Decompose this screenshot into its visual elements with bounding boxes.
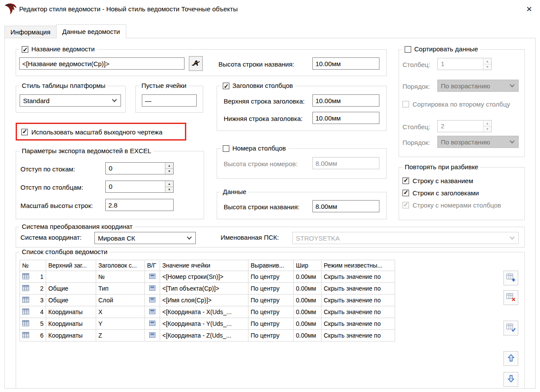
font-button[interactable]: A bbox=[189, 56, 203, 71]
col-header-vg[interactable]: В/Г bbox=[145, 260, 160, 271]
use-output-scale-row[interactable]: Использовать масштаб выходного чертежа bbox=[21, 128, 162, 136]
cell-mode[interactable]: Скрыть значение по bbox=[322, 330, 395, 342]
empty-cells-input[interactable] bbox=[142, 94, 197, 107]
col-header-num[interactable]: № bbox=[20, 260, 46, 271]
cols-offset-stepper[interactable]: 0 ▲▼ bbox=[105, 181, 174, 193]
col-header-align[interactable]: Выравнив... bbox=[248, 260, 294, 271]
use-output-scale-label: Использовать масштаб выходного чертежа bbox=[31, 128, 162, 136]
orientation-icon[interactable] bbox=[149, 308, 155, 315]
table-row[interactable]: 6 Координаты Z <[Координата - Z(Uds_... … bbox=[20, 330, 395, 342]
cell-top-header[interactable] bbox=[46, 271, 96, 283]
cell-value[interactable]: <[Тип объекта(Cp)]> bbox=[160, 283, 248, 295]
cell-column-header[interactable]: № bbox=[96, 271, 145, 283]
name-row-height-input[interactable] bbox=[312, 57, 379, 70]
cell-column-header[interactable]: X bbox=[96, 306, 145, 318]
chevron-down-icon bbox=[510, 138, 514, 143]
cell-align[interactable]: По центру bbox=[248, 271, 294, 283]
sort-data-checkbox[interactable] bbox=[405, 46, 411, 53]
cell-align[interactable]: По центру bbox=[248, 295, 294, 306]
report-name-input[interactable] bbox=[19, 57, 184, 70]
header-top-row-input[interactable] bbox=[312, 94, 379, 107]
cell-align[interactable]: По центру bbox=[248, 318, 294, 330]
cell-align[interactable]: По центру bbox=[248, 330, 294, 342]
orientation-icon[interactable] bbox=[149, 320, 155, 327]
cell-width[interactable]: 0.00мм bbox=[294, 306, 322, 318]
repeat-numbers-label: Строку с номерами столбцов bbox=[413, 201, 501, 209]
cell-width[interactable]: 0.00мм bbox=[294, 330, 322, 342]
table-row[interactable]: 3 Общие Слой <[Имя слоя(Cp)]> По центру … bbox=[20, 295, 395, 306]
cell-mode[interactable]: Скрыть значение по bbox=[322, 283, 395, 295]
cell-column-header[interactable]: Тип bbox=[96, 283, 145, 295]
font-icon: A bbox=[193, 59, 198, 68]
cell-value[interactable]: <[Координата - Z(Uds_... bbox=[160, 330, 248, 342]
header-bottom-row-input[interactable] bbox=[312, 112, 379, 124]
cell-column-header[interactable]: Y bbox=[96, 318, 145, 330]
cell-column-header[interactable]: Z bbox=[96, 330, 145, 342]
repeat-headers-row[interactable]: Строки с заголовками bbox=[402, 189, 479, 197]
cell-align[interactable]: По центру bbox=[248, 283, 294, 295]
table-row[interactable]: 4 Координаты X <[Координата - X(Uds_... … bbox=[20, 306, 395, 318]
move-down-button[interactable] bbox=[503, 372, 518, 387]
col-header-title[interactable]: Заголовок с... bbox=[96, 260, 145, 271]
cell-column-header[interactable]: Слой bbox=[96, 295, 145, 306]
table-row[interactable]: 2 Общие Тип <[Тип объекта(Cp)]> По центр… bbox=[20, 283, 395, 295]
coord-system-select[interactable]: Мировая СК bbox=[94, 232, 196, 244]
cell-top-header[interactable]: Координаты bbox=[46, 306, 96, 318]
close-button[interactable]: ✕ bbox=[521, 3, 537, 16]
sort-order2-select: По возрастанию bbox=[437, 136, 519, 148]
table-row[interactable]: 5 Координаты Y <[Координата - Y(Uds_... … bbox=[20, 318, 395, 330]
orientation-icon[interactable] bbox=[149, 285, 155, 292]
use-output-scale-checkbox[interactable] bbox=[21, 129, 28, 135]
cell-mode[interactable]: Скрыть значение по bbox=[322, 295, 395, 306]
add-column-button[interactable] bbox=[503, 271, 518, 285]
cell-value[interactable]: <[Имя слоя(Cp)]> bbox=[160, 295, 248, 306]
spin-up-icon: ▲ bbox=[483, 121, 491, 127]
cell-top-header[interactable]: Общие bbox=[46, 295, 96, 306]
spin-up-icon[interactable]: ▲ bbox=[165, 163, 173, 169]
col-header-value[interactable]: Значение ячейки bbox=[160, 260, 248, 271]
report-name-group: Название ведомости A Высота строки назва… bbox=[16, 49, 387, 76]
rows-offset-stepper[interactable]: 0 ▲▼ bbox=[105, 162, 174, 174]
cell-mode[interactable]: Скрыть значение по bbox=[322, 306, 395, 318]
header-top-row-label: Верхняя строка заголовка: bbox=[224, 97, 305, 105]
cell-value[interactable]: <[Номер строки(Sn)]> bbox=[160, 271, 248, 283]
column-numbers-checkbox[interactable] bbox=[223, 145, 229, 152]
cell-mode[interactable]: Скрыть значение по bbox=[322, 318, 395, 330]
spin-down-icon[interactable]: ▼ bbox=[165, 187, 173, 193]
cell-top-header[interactable]: Координаты bbox=[46, 330, 96, 342]
cell-value[interactable]: <[Координата - X(Uds_... bbox=[160, 306, 248, 318]
cell-align[interactable]: По центру bbox=[248, 306, 294, 318]
repeat-title-checkbox[interactable] bbox=[402, 178, 409, 184]
orientation-icon[interactable] bbox=[149, 297, 155, 304]
orientation-icon[interactable] bbox=[149, 332, 155, 339]
cell-width[interactable]: 0.00мм bbox=[294, 283, 322, 295]
cell-top-header[interactable]: Общие bbox=[46, 283, 96, 295]
delete-column-button[interactable] bbox=[503, 290, 518, 305]
repeat-headers-checkbox[interactable] bbox=[402, 190, 409, 196]
cell-value[interactable]: <[Координата - Y(Uds_... bbox=[160, 318, 248, 330]
orientation-icon[interactable] bbox=[149, 273, 155, 280]
cell-width[interactable]: 0.00мм bbox=[294, 318, 322, 330]
col-header-top[interactable]: Верхний заг... bbox=[46, 260, 96, 271]
spin-down-icon[interactable]: ▼ bbox=[165, 169, 173, 174]
move-up-button[interactable] bbox=[503, 351, 518, 366]
sort-column2-stepper: 2 ▲▼ bbox=[437, 120, 492, 132]
platform-style-select[interactable]: Standard bbox=[20, 94, 121, 107]
cell-width[interactable]: 0.00мм bbox=[294, 295, 322, 306]
table-row[interactable]: 1 № <[Номер строки(Sn)]> По центру 0.00м… bbox=[20, 271, 395, 283]
edit-column-button[interactable] bbox=[503, 321, 518, 335]
repeat-title-row[interactable]: Строку с названием bbox=[402, 177, 473, 184]
col-header-mode[interactable]: Режим неизвестны... bbox=[322, 260, 395, 271]
col-header-width[interactable]: Шир bbox=[294, 260, 322, 271]
cell-mode[interactable]: Скрыть значение по bbox=[322, 271, 395, 283]
column-headers-checkbox[interactable] bbox=[223, 83, 229, 89]
data-row-height-input[interactable] bbox=[312, 200, 379, 212]
row-height-scale-input[interactable] bbox=[105, 199, 174, 211]
report-name-checkbox[interactable] bbox=[22, 46, 28, 53]
name-row-height-label: Высота строки названия: bbox=[218, 60, 294, 68]
tab-report-data[interactable]: Данные ведомости bbox=[56, 24, 126, 38]
cell-width[interactable]: 0.00мм bbox=[294, 271, 322, 283]
spin-up-icon[interactable]: ▲ bbox=[165, 181, 173, 187]
cell-top-header[interactable]: Координаты bbox=[46, 318, 96, 330]
tab-information[interactable]: Информация bbox=[4, 26, 57, 38]
